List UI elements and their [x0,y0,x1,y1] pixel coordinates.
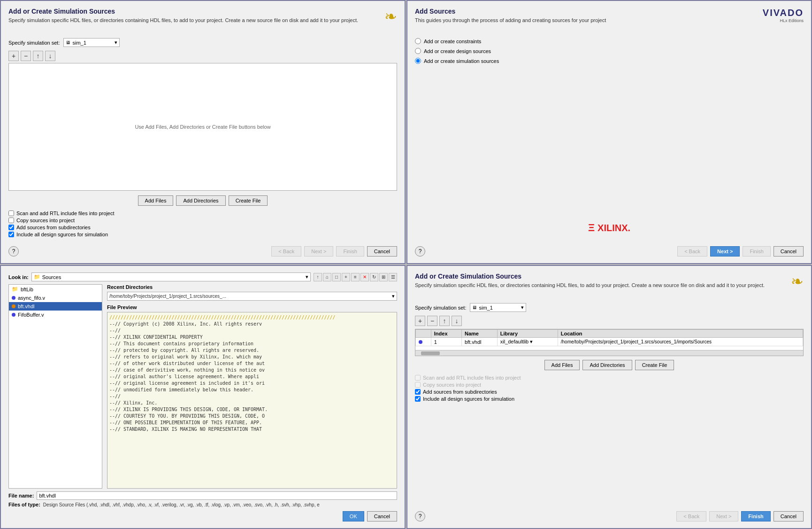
br-back-button[interactable]: < Back [676,511,706,521]
sim-set-value: sim_1 [72,40,86,46]
preview-line-7: --// of other work distributed under lic… [109,360,395,367]
br-cancel-button[interactable]: Cancel [774,511,804,521]
tl-title: Add or Create Simulation Sources [8,8,358,15]
remove-icon-btn[interactable]: − [21,51,31,61]
tr-radio-0[interactable] [415,38,421,44]
tr-option-label-0: Add or create constraints [424,39,481,44]
tl-add-files-button[interactable]: Add Files [138,195,174,206]
recent-dropdown[interactable]: /home/toby/Projects/project_1/project_1.… [107,292,397,301]
br-table-row-0[interactable]: 1 bft.vhdl xil_defaultlib ▾ /home/toby/P… [416,338,803,346]
tl-checkboxes: Scan and add RTL include files into proj… [8,210,397,239]
tl-checkbox-row-2: Add sources from subdirectories [8,225,397,230]
top-right-panel: Add Sources This guides you through the … [406,0,812,264]
sim-set-icon: 🖥 [66,40,70,45]
tr-back-button[interactable]: < Back [677,246,707,257]
br-checkbox-0 [415,375,421,381]
br-help-button[interactable]: ? [415,511,425,521]
tl-checkbox-0[interactable] [8,210,14,216]
br-down-icon-btn[interactable]: ↓ [452,316,462,326]
br-checkbox-label-3: Include all design sgurces for simulatio… [423,396,514,402]
tr-option-label-2: Add or create simulation sources [424,58,499,64]
br-finish-button[interactable]: Finish [741,511,770,521]
tl-checkbox-row-1: Copy sources into project [8,218,397,223]
filename-input[interactable] [37,491,397,500]
library-dropdown-icon[interactable]: ▾ [530,339,533,344]
br-next-button[interactable]: Next > [709,511,738,521]
up-icon-btn[interactable]: ↑ [33,51,43,61]
tl-header: Add or Create Simulation Sources Specify… [8,8,397,29]
browser-cancel-button[interactable]: Cancel [367,511,397,521]
tl-checkbox-1[interactable] [8,218,14,223]
preview-line-4: --// This document contains proprietary … [109,341,395,347]
file-item-bft[interactable]: bft.vhdl [9,302,102,311]
br-checkbox-row-3: Include all design sgurces for simulatio… [415,396,804,402]
browser-ok-button[interactable]: OK [343,511,364,521]
sim-set-chevron: ▾ [115,39,117,46]
lookin-value: Sources [42,274,61,280]
br-add-icon-btn[interactable]: + [415,316,425,326]
tl-back-button[interactable]: < Back [271,246,301,257]
br-remove-icon-btn[interactable]: − [427,316,437,326]
br-scrollbar-h[interactable] [415,350,803,356]
file-name-bft: bft.vhdl [18,303,34,309]
br-row-library-0: xil_defaultlib ▾ [497,338,558,346]
down-icon-btn[interactable]: ↓ [45,51,55,61]
br-row-dot-0 [416,338,431,346]
tr-radio-2[interactable] [415,58,421,64]
xilinx-logo: XILINX. [598,223,630,233]
tl-checkbox-label-0: Scan and add RTL include files into proj… [16,210,115,216]
tl-cancel-button[interactable]: Cancel [367,246,397,257]
nav-grid-icon[interactable]: ⊞ [379,273,388,281]
tr-finish-button[interactable]: Finish [743,246,770,257]
tr-cancel-button[interactable]: Cancel [774,246,804,257]
br-checkbox-2[interactable] [415,389,421,395]
file-item-fifo[interactable]: FifoBuffer.v [9,311,102,319]
tr-help-button[interactable]: ? [415,246,425,257]
tr-next-button[interactable]: Next > [710,246,740,257]
nav-desktop-icon[interactable]: □ [332,273,341,281]
tr-options: Add or create constraints Add or create … [415,38,804,68]
nav-refresh-icon[interactable]: ↻ [370,273,378,281]
br-sim-set-row: Specify simulation set: 🖥 sim_1 ▾ [415,303,804,312]
br-sim-set-dropdown[interactable]: 🖥 sim_1 ▾ [470,303,526,312]
tl-checkbox-3[interactable] [8,232,14,237]
nav-up-icon[interactable]: ↑ [314,273,322,281]
tl-checkbox-2[interactable] [8,225,14,230]
nav-details-icon[interactable]: ☰ [389,273,397,281]
file-item-async[interactable]: async_fifo.v [9,294,102,302]
br-create-file-button[interactable]: Create File [635,360,674,370]
tl-add-directories-button[interactable]: Add Directories [176,195,225,206]
br-sim-set-chevron: ▾ [521,304,524,311]
br-bottom-nav: ? < Back Next > Finish Cancel [415,508,804,521]
tr-bottom-nav: ? < Back Next > Finish Cancel [415,243,804,257]
tr-subtitle: This guides you through the process of a… [415,17,606,24]
tl-checkbox-label-3: Include all design sgurces for simulatio… [16,232,108,237]
tl-create-file-button[interactable]: Create File [229,195,268,206]
filetype-label: Files of type: [8,502,40,507]
br-up-icon-btn[interactable]: ↑ [439,316,450,326]
nav-list-icon[interactable]: ≡ [351,273,360,281]
nav-delete-icon[interactable]: ✕ [360,273,369,281]
br-add-directories-button[interactable]: Add Directories [582,360,632,370]
file-item-bftlib[interactable]: 📁 bftLib [9,285,102,294]
br-checkbox-3[interactable] [415,396,421,402]
add-icon-btn[interactable]: + [8,51,19,61]
tl-finish-button[interactable]: Finish [336,246,364,257]
tr-radio-1[interactable] [415,48,421,54]
sim-set-dropdown[interactable]: 🖥 sim_1 ▾ [63,38,120,47]
nav-new-folder-icon[interactable]: + [342,273,350,281]
br-checkbox-label-1: Copy sources into project [423,382,481,388]
br-add-files-button[interactable]: Add Files [544,360,580,370]
br-checkbox-1 [415,382,421,388]
br-title: Add or Create Simulation Sources [415,272,765,280]
preview-line-9: --// original author's license agreement… [109,373,395,380]
preview-line-13: --// Xilinx, Inc. [109,400,395,406]
br-checkbox-label-0: Scan and add RTL include files into proj… [423,375,521,381]
filetype-row: Files of type: Design Source Files (.vhd… [8,502,397,507]
tl-help-button[interactable]: ? [8,246,19,257]
lookin-dropdown[interactable]: 📁 Sources ▾ [31,272,311,281]
tl-next-button[interactable]: Next > [304,246,333,257]
sim-set-row: Specify simulation set: 🖥 sim_1 ▾ [8,38,397,47]
br-checkbox-row-1: Copy sources into project [415,382,804,388]
nav-home-icon[interactable]: ⌂ [323,273,331,281]
